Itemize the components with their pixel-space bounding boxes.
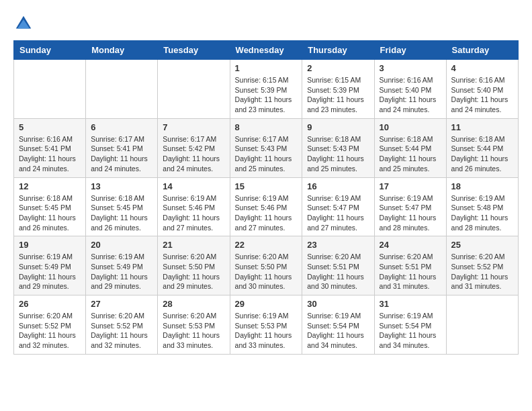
calendar-cell [14,60,86,119]
column-header-monday: Monday [86,41,158,60]
calendar-cell: 7 Sunrise: 6:17 AM Sunset: 5:42 PM Dayli… [158,118,230,177]
column-header-thursday: Thursday [302,41,374,60]
calendar-cell: 12 Sunrise: 6:18 AM Sunset: 5:45 PM Dayl… [14,177,86,236]
column-header-sunday: Sunday [14,41,86,60]
day-number: 15 [235,181,298,191]
calendar-cell: 13 Sunrise: 6:18 AM Sunset: 5:45 PM Dayl… [86,177,158,236]
day-info: Sunrise: 6:16 AM Sunset: 5:40 PM Dayligh… [451,75,513,115]
calendar-cell: 21 Sunrise: 6:20 AM Sunset: 5:50 PM Dayl… [158,236,230,295]
week-row-1: 1 Sunrise: 6:15 AM Sunset: 5:39 PM Dayli… [14,60,519,119]
calendar-body: 1 Sunrise: 6:15 AM Sunset: 5:39 PM Dayli… [14,60,519,355]
day-info: Sunrise: 6:19 AM Sunset: 5:47 PM Dayligh… [380,193,441,233]
calendar-cell: 6 Sunrise: 6:17 AM Sunset: 5:41 PM Dayli… [86,118,158,177]
logo-icon [13,13,34,34]
week-row-4: 19 Sunrise: 6:19 AM Sunset: 5:49 PM Dayl… [14,236,519,295]
calendar-cell: 5 Sunrise: 6:16 AM Sunset: 5:41 PM Dayli… [14,118,86,177]
day-info: Sunrise: 6:19 AM Sunset: 5:49 PM Dayligh… [91,252,152,291]
day-info: Sunrise: 6:20 AM Sunset: 5:51 PM Dayligh… [380,252,441,291]
day-number: 24 [380,240,441,250]
column-header-tuesday: Tuesday [158,41,230,60]
day-number: 12 [19,181,81,191]
day-info: Sunrise: 6:20 AM Sunset: 5:53 PM Dayligh… [163,311,224,351]
column-header-saturday: Saturday [446,41,518,60]
column-header-friday: Friday [374,41,446,60]
day-number: 8 [235,122,298,132]
day-number: 17 [380,181,441,191]
calendar-table: SundayMondayTuesdayWednesdayThursdayFrid… [13,40,519,355]
day-number: 30 [307,299,369,309]
day-info: Sunrise: 6:18 AM Sunset: 5:44 PM Dayligh… [451,134,513,174]
day-number: 29 [235,299,298,309]
day-info: Sunrise: 6:19 AM Sunset: 5:46 PM Dayligh… [235,193,298,233]
day-number: 20 [91,240,152,250]
day-info: Sunrise: 6:17 AM Sunset: 5:43 PM Dayligh… [235,134,298,174]
calendar-cell: 16 Sunrise: 6:19 AM Sunset: 5:47 PM Dayl… [302,177,374,236]
day-info: Sunrise: 6:17 AM Sunset: 5:42 PM Dayligh… [163,134,224,174]
day-number: 14 [163,181,224,191]
day-number: 22 [235,240,298,250]
day-number: 9 [307,122,369,132]
calendar-cell: 28 Sunrise: 6:20 AM Sunset: 5:53 PM Dayl… [158,295,230,355]
day-number: 19 [19,240,81,250]
day-number: 25 [451,240,513,250]
day-number: 4 [451,63,513,73]
calendar-cell: 26 Sunrise: 6:20 AM Sunset: 5:52 PM Dayl… [14,295,86,355]
day-info: Sunrise: 6:16 AM Sunset: 5:41 PM Dayligh… [19,134,81,174]
day-number: 3 [380,63,441,73]
calendar-cell: 17 Sunrise: 6:19 AM Sunset: 5:47 PM Dayl… [374,177,446,236]
calendar-cell: 19 Sunrise: 6:19 AM Sunset: 5:49 PM Dayl… [14,236,86,295]
day-number: 23 [307,240,369,250]
day-info: Sunrise: 6:20 AM Sunset: 5:52 PM Dayligh… [19,311,81,351]
calendar-cell: 27 Sunrise: 6:20 AM Sunset: 5:52 PM Dayl… [86,295,158,355]
day-number: 16 [307,181,369,191]
day-info: Sunrise: 6:18 AM Sunset: 5:44 PM Dayligh… [380,134,441,174]
calendar-cell: 1 Sunrise: 6:15 AM Sunset: 5:39 PM Dayli… [230,60,302,119]
calendar-cell: 15 Sunrise: 6:19 AM Sunset: 5:46 PM Dayl… [230,177,302,236]
day-info: Sunrise: 6:15 AM Sunset: 5:39 PM Dayligh… [307,75,369,115]
day-number: 26 [19,299,81,309]
day-info: Sunrise: 6:20 AM Sunset: 5:51 PM Dayligh… [307,252,369,291]
day-number: 21 [163,240,224,250]
day-info: Sunrise: 6:19 AM Sunset: 5:53 PM Dayligh… [235,311,298,351]
calendar-cell: 18 Sunrise: 6:19 AM Sunset: 5:48 PM Dayl… [446,177,518,236]
calendar-cell: 25 Sunrise: 6:20 AM Sunset: 5:52 PM Dayl… [446,236,518,295]
day-number: 28 [163,299,224,309]
logo [13,13,38,34]
day-info: Sunrise: 6:20 AM Sunset: 5:52 PM Dayligh… [91,311,152,351]
day-info: Sunrise: 6:20 AM Sunset: 5:50 PM Dayligh… [163,252,224,291]
calendar-cell: 8 Sunrise: 6:17 AM Sunset: 5:43 PM Dayli… [230,118,302,177]
calendar-cell: 23 Sunrise: 6:20 AM Sunset: 5:51 PM Dayl… [302,236,374,295]
day-info: Sunrise: 6:19 AM Sunset: 5:54 PM Dayligh… [380,311,441,351]
day-number: 2 [307,63,369,73]
day-number: 1 [235,63,298,73]
day-info: Sunrise: 6:15 AM Sunset: 5:39 PM Dayligh… [235,75,298,115]
column-header-wednesday: Wednesday [230,41,302,60]
week-row-3: 12 Sunrise: 6:18 AM Sunset: 5:45 PM Dayl… [14,177,519,236]
calendar-cell: 24 Sunrise: 6:20 AM Sunset: 5:51 PM Dayl… [374,236,446,295]
day-number: 5 [19,122,81,132]
calendar-header: SundayMondayTuesdayWednesdayThursdayFrid… [14,41,519,60]
day-info: Sunrise: 6:19 AM Sunset: 5:46 PM Dayligh… [163,193,224,233]
calendar-cell: 11 Sunrise: 6:18 AM Sunset: 5:44 PM Dayl… [446,118,518,177]
day-number: 13 [91,181,152,191]
calendar-cell [446,295,518,355]
calendar-cell: 9 Sunrise: 6:18 AM Sunset: 5:43 PM Dayli… [302,118,374,177]
day-number: 18 [451,181,513,191]
calendar-cell: 22 Sunrise: 6:20 AM Sunset: 5:50 PM Dayl… [230,236,302,295]
day-info: Sunrise: 6:18 AM Sunset: 5:45 PM Dayligh… [19,193,81,233]
calendar-cell: 31 Sunrise: 6:19 AM Sunset: 5:54 PM Dayl… [374,295,446,355]
day-info: Sunrise: 6:19 AM Sunset: 5:48 PM Dayligh… [451,193,513,233]
calendar-cell: 10 Sunrise: 6:18 AM Sunset: 5:44 PM Dayl… [374,118,446,177]
calendar-cell: 3 Sunrise: 6:16 AM Sunset: 5:40 PM Dayli… [374,60,446,119]
day-info: Sunrise: 6:19 AM Sunset: 5:47 PM Dayligh… [307,193,369,233]
week-row-5: 26 Sunrise: 6:20 AM Sunset: 5:52 PM Dayl… [14,295,519,355]
day-number: 11 [451,122,513,132]
day-info: Sunrise: 6:20 AM Sunset: 5:52 PM Dayligh… [451,252,513,291]
week-row-2: 5 Sunrise: 6:16 AM Sunset: 5:41 PM Dayli… [14,118,519,177]
day-number: 6 [91,122,152,132]
day-number: 27 [91,299,152,309]
day-number: 10 [380,122,441,132]
calendar-cell [86,60,158,119]
page-header [13,13,519,34]
day-info: Sunrise: 6:19 AM Sunset: 5:54 PM Dayligh… [307,311,369,351]
